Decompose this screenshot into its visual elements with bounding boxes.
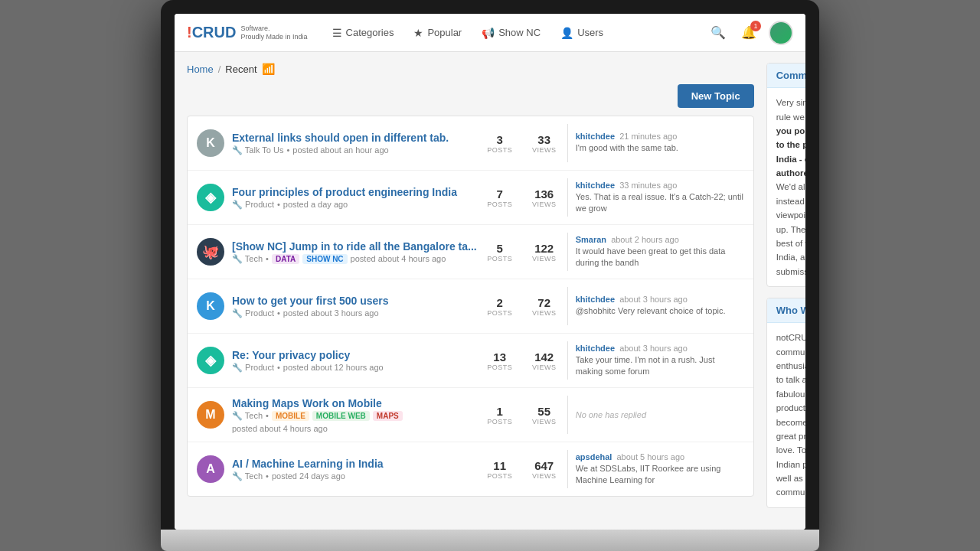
reply-author[interactable]: khitchdee — [576, 295, 615, 304]
posts-value: 3 — [497, 133, 503, 146]
topic-title[interactable]: Making Maps Work on Mobile — [232, 397, 477, 409]
posts-label: POSTS — [487, 309, 512, 317]
user-avatar[interactable] — [769, 21, 793, 45]
topic-sep: • — [277, 200, 280, 209]
nav-item-users[interactable]: 👤Users — [551, 22, 612, 44]
nav-items: ☰Categories★Popular📢Show NC👤Users — [323, 22, 707, 44]
topic-meta: 🔧 Product • posted a day ago — [232, 200, 477, 210]
views-value: 136 — [534, 187, 554, 201]
reply-author[interactable]: khitchdee — [576, 344, 615, 353]
topic-category: 🔧 Tech — [232, 254, 263, 264]
topic-category: 🔧 Product — [232, 308, 274, 318]
posts-label: POSTS — [487, 472, 512, 480]
views-stat: 136 VIEWS — [529, 187, 560, 208]
guidelines-header: Community Guidelines — [767, 64, 805, 88]
topic-stats: 13 POSTS 142 VIEWS — [485, 350, 560, 371]
posts-value: 2 — [497, 296, 503, 309]
users-label: Users — [577, 27, 603, 38]
topic-category: 🔧 Tech — [232, 411, 263, 421]
topic-reply: khitchdee about 3 hours ago @shobhitc Ve… — [576, 295, 744, 317]
topic-title[interactable]: [Show NC] Jump in to ride all the Bangal… — [232, 240, 477, 253]
topic-main: AI / Machine Learning in India 🔧 Tech • … — [232, 458, 477, 481]
topic-reply: Smaran about 2 hours ago It would have b… — [576, 235, 744, 269]
notifications-button[interactable]: 🔔 1 — [738, 22, 760, 43]
logo-text: !CRUD — [187, 24, 236, 41]
topic-tag: DATA — [272, 254, 299, 264]
rss-icon[interactable]: 📶 — [262, 63, 275, 75]
topic-divider — [567, 178, 568, 217]
reply-author[interactable]: khitchdee — [576, 132, 615, 141]
topic-row: 🐙 [Show NC] Jump in to ride all the Bang… — [188, 225, 753, 279]
popular-icon: ★ — [413, 27, 423, 39]
topic-tag: MAPS — [373, 411, 403, 421]
topic-row: ◈ Re: Your privacy policy 🔧 Product • po… — [188, 334, 753, 388]
topic-row: M Making Maps Work on Mobile 🔧 Tech • MO… — [188, 388, 753, 442]
nav-item-show-nc[interactable]: 📢Show NC — [472, 22, 550, 44]
views-label: VIEWS — [532, 472, 557, 480]
topic-meta: 🔧 Tech • MOBILE MOBILE WEB MAPS posted a… — [232, 411, 477, 433]
right-panel: Community Guidelines Very simple, really… — [766, 63, 805, 519]
who-body: notCRUD is an exclusive community for pr… — [767, 323, 805, 507]
topic-sep: • — [277, 363, 280, 372]
nav-item-popular[interactable]: ★Popular — [404, 22, 471, 44]
topic-avatar: K — [197, 129, 224, 157]
topic-time: posted about 4 hours ago — [351, 254, 446, 263]
categories-icon: ☰ — [332, 27, 342, 39]
logo-subtitle: Software. Proudly Made in India — [240, 24, 307, 41]
views-value: 122 — [534, 242, 554, 255]
new-topic-button[interactable]: New Topic — [678, 84, 754, 108]
topic-row: ◈ Four principles of product engineering… — [188, 171, 753, 225]
posts-value: 7 — [497, 187, 503, 201]
topic-divider — [567, 124, 568, 162]
logo[interactable]: !CRUD Software. Proudly Made in India — [187, 24, 308, 41]
topic-stats: 3 POSTS 33 VIEWS — [485, 133, 560, 154]
categories-label: Categories — [346, 27, 394, 38]
reply-author[interactable]: khitchdee — [576, 181, 615, 190]
topic-time: posted 24 days ago — [272, 471, 345, 481]
topic-time: posted about 3 hours ago — [283, 308, 379, 318]
topic-divider — [567, 287, 568, 325]
posts-label: POSTS — [487, 146, 512, 154]
guidelines-box: Community Guidelines Very simple, really… — [766, 63, 805, 287]
topic-avatar: M — [197, 401, 224, 429]
reply-text: We at SDSLabs, IIT Roorkee are using Mac… — [576, 463, 744, 487]
topic-sep: • — [277, 308, 280, 318]
topic-stats: 2 POSTS 72 VIEWS — [485, 296, 560, 317]
topic-category: 🔧 Product — [232, 363, 274, 373]
topic-stats: 1 POSTS 55 VIEWS — [485, 405, 560, 425]
search-button[interactable]: 🔍 — [707, 22, 729, 43]
breadcrumb-current: Recent — [225, 64, 256, 75]
views-stat: 33 VIEWS — [529, 133, 560, 154]
left-panel: Home / Recent 📶 New Topic K External lin… — [187, 63, 754, 519]
no-reply: No one has replied — [576, 410, 646, 419]
topic-reply: khitchdee 21 minutes ago I'm good with t… — [576, 132, 744, 154]
reply-author[interactable]: Smaran — [576, 235, 606, 244]
topic-reply: khitchdee about 3 hours ago Take your ti… — [576, 344, 744, 378]
topic-avatar: ◈ — [197, 184, 224, 211]
topic-row: A AI / Machine Learning in India 🔧 Tech … — [188, 442, 753, 496]
topic-title[interactable]: AI / Machine Learning in India — [232, 458, 477, 470]
topic-title[interactable]: How to get your first 500 users — [232, 295, 477, 307]
topic-meta: 🔧 Product • posted about 3 hours ago — [232, 308, 477, 318]
views-label: VIEWS — [532, 146, 557, 154]
reply-author[interactable]: apsdehal — [576, 452, 612, 461]
topic-title[interactable]: Re: Your privacy policy — [232, 349, 477, 361]
topic-main: [Show NC] Jump in to ride all the Bangal… — [232, 240, 477, 264]
topic-title[interactable]: Four principles of product engineering I… — [232, 186, 477, 198]
posts-stat: 7 POSTS — [485, 187, 515, 208]
views-value: 55 — [537, 405, 550, 418]
reply-time: about 2 hours ago — [611, 235, 679, 244]
nav-item-categories[interactable]: ☰Categories — [323, 22, 403, 44]
posts-stat: 2 POSTS — [485, 296, 515, 317]
breadcrumb-home[interactable]: Home — [187, 64, 214, 75]
posts-stat: 5 POSTS — [485, 242, 515, 262]
topic-sep: • — [266, 411, 269, 420]
views-label: VIEWS — [532, 364, 557, 371]
guidelines-body: Very simple, really. The primary rule we… — [767, 88, 805, 286]
topic-title[interactable]: External links should open in different … — [232, 132, 477, 144]
views-value: 647 — [534, 459, 554, 472]
topic-time: posted about 12 hours ago — [283, 363, 384, 372]
reply-time: about 5 hours ago — [616, 452, 684, 461]
topic-list: K External links should open in differen… — [187, 116, 754, 497]
topic-sep: • — [266, 254, 269, 263]
